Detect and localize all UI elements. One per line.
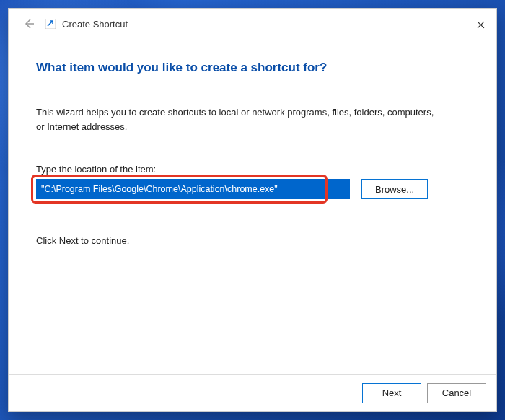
dialog-title: Create Shortcut <box>62 19 128 30</box>
continue-instruction: Click Next to continue. <box>36 235 469 246</box>
page-heading: What item would you like to create a sho… <box>36 61 469 75</box>
close-button[interactable] <box>470 14 491 35</box>
back-arrow-icon <box>23 18 35 30</box>
location-input[interactable] <box>36 179 350 199</box>
location-label: Type the location of the item: <box>36 164 469 175</box>
shortcut-icon <box>45 18 56 30</box>
close-icon <box>477 21 485 29</box>
cancel-button[interactable]: Cancel <box>427 383 486 403</box>
location-row: Browse... <box>36 179 469 199</box>
back-button[interactable] <box>17 12 40 35</box>
next-button[interactable]: Next <box>362 383 421 403</box>
location-input-wrapper <box>36 179 350 199</box>
titlebar: Create Shortcut <box>9 9 496 39</box>
create-shortcut-dialog: Create Shortcut What item would you like… <box>8 8 497 412</box>
wizard-description: This wizard helps you to create shortcut… <box>36 105 440 134</box>
dialog-footer: Next Cancel <box>9 374 496 411</box>
browse-button[interactable]: Browse... <box>361 179 428 199</box>
dialog-content: What item would you like to create a sho… <box>9 39 496 374</box>
